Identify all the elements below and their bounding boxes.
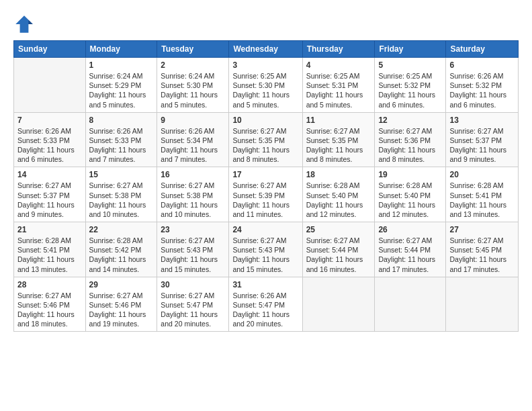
day-cell: 27Sunrise: 6:27 AMSunset: 5:45 PMDayligh… xyxy=(446,222,519,277)
day-number: 25 xyxy=(306,225,371,234)
day-number: 5 xyxy=(378,60,442,70)
day-cell: 21Sunrise: 6:28 AMSunset: 5:41 PMDayligh… xyxy=(14,222,86,277)
day-cell: 15Sunrise: 6:27 AMSunset: 5:38 PMDayligh… xyxy=(85,167,157,222)
day-cell: 13Sunrise: 6:27 AMSunset: 5:37 PMDayligh… xyxy=(446,112,519,167)
day-number: 26 xyxy=(378,225,442,234)
logo-icon xyxy=(13,13,35,35)
day-cell xyxy=(302,277,375,332)
day-info: Sunrise: 6:27 AMSunset: 5:35 PMDaylight:… xyxy=(232,126,298,165)
day-info: Sunrise: 6:28 AMSunset: 5:40 PMDaylight:… xyxy=(306,181,371,219)
day-number: 9 xyxy=(161,116,225,125)
day-cell: 26Sunrise: 6:27 AMSunset: 5:44 PMDayligh… xyxy=(375,222,446,277)
day-info: Sunrise: 6:27 AMSunset: 5:35 PMDaylight:… xyxy=(306,126,371,165)
day-number: 30 xyxy=(161,280,225,289)
day-info: Sunrise: 6:25 AMSunset: 5:30 PMDaylight:… xyxy=(232,71,298,109)
week-row-4: 21Sunrise: 6:28 AMSunset: 5:41 PMDayligh… xyxy=(14,222,519,277)
day-cell: 12Sunrise: 6:27 AMSunset: 5:36 PMDayligh… xyxy=(375,112,446,167)
header-cell-saturday: Saturday xyxy=(446,41,519,58)
day-info: Sunrise: 6:27 AMSunset: 5:46 PMDaylight:… xyxy=(89,291,154,329)
day-cell: 14Sunrise: 6:27 AMSunset: 5:37 PMDayligh… xyxy=(14,167,86,222)
day-number: 13 xyxy=(449,116,515,125)
day-cell: 11Sunrise: 6:27 AMSunset: 5:35 PMDayligh… xyxy=(302,112,375,167)
day-cell: 17Sunrise: 6:27 AMSunset: 5:39 PMDayligh… xyxy=(229,167,302,222)
day-cell: 29Sunrise: 6:27 AMSunset: 5:46 PMDayligh… xyxy=(85,277,157,332)
day-number: 27 xyxy=(449,225,515,234)
header-row: SundayMondayTuesdayWednesdayThursdayFrid… xyxy=(14,41,519,58)
week-row-1: 1Sunrise: 6:24 AMSunset: 5:29 PMDaylight… xyxy=(14,58,519,113)
day-number: 7 xyxy=(17,116,82,125)
day-cell: 2Sunrise: 6:24 AMSunset: 5:30 PMDaylight… xyxy=(157,58,229,113)
day-number: 2 xyxy=(161,60,225,70)
day-info: Sunrise: 6:27 AMSunset: 5:37 PMDaylight:… xyxy=(17,181,82,219)
calendar-body: 1Sunrise: 6:24 AMSunset: 5:29 PMDaylight… xyxy=(14,58,519,332)
header-cell-tuesday: Tuesday xyxy=(157,41,229,58)
day-cell: 30Sunrise: 6:27 AMSunset: 5:47 PMDayligh… xyxy=(157,277,229,332)
day-info: Sunrise: 6:26 AMSunset: 5:34 PMDaylight:… xyxy=(161,126,225,165)
day-info: Sunrise: 6:27 AMSunset: 5:38 PMDaylight:… xyxy=(161,181,225,219)
day-info: Sunrise: 6:27 AMSunset: 5:37 PMDaylight:… xyxy=(449,126,515,165)
day-number: 28 xyxy=(17,280,82,289)
calendar-header: SundayMondayTuesdayWednesdayThursdayFrid… xyxy=(14,41,519,58)
day-info: Sunrise: 6:28 AMSunset: 5:41 PMDaylight:… xyxy=(17,236,82,274)
day-number: 20 xyxy=(449,170,515,179)
day-info: Sunrise: 6:25 AMSunset: 5:32 PMDaylight:… xyxy=(378,71,442,109)
day-number: 3 xyxy=(232,60,298,70)
day-number: 10 xyxy=(232,116,298,125)
day-cell: 16Sunrise: 6:27 AMSunset: 5:38 PMDayligh… xyxy=(157,167,229,222)
day-info: Sunrise: 6:27 AMSunset: 5:46 PMDaylight:… xyxy=(17,291,82,329)
day-info: Sunrise: 6:27 AMSunset: 5:39 PMDaylight:… xyxy=(232,181,298,219)
calendar-table: SundayMondayTuesdayWednesdayThursdayFrid… xyxy=(13,40,519,332)
day-info: Sunrise: 6:26 AMSunset: 5:33 PMDaylight:… xyxy=(17,126,82,165)
week-row-2: 7Sunrise: 6:26 AMSunset: 5:33 PMDaylight… xyxy=(14,112,519,167)
day-info: Sunrise: 6:28 AMSunset: 5:42 PMDaylight:… xyxy=(89,236,154,274)
day-info: Sunrise: 6:28 AMSunset: 5:40 PMDaylight:… xyxy=(378,181,442,219)
day-info: Sunrise: 6:27 AMSunset: 5:45 PMDaylight:… xyxy=(449,236,515,274)
day-info: Sunrise: 6:25 AMSunset: 5:31 PMDaylight:… xyxy=(306,71,371,109)
logo xyxy=(13,13,36,35)
day-cell: 18Sunrise: 6:28 AMSunset: 5:40 PMDayligh… xyxy=(302,167,375,222)
day-cell: 10Sunrise: 6:27 AMSunset: 5:35 PMDayligh… xyxy=(229,112,302,167)
day-number: 21 xyxy=(17,225,82,234)
day-cell: 24Sunrise: 6:27 AMSunset: 5:43 PMDayligh… xyxy=(229,222,302,277)
day-cell: 5Sunrise: 6:25 AMSunset: 5:32 PMDaylight… xyxy=(375,58,446,113)
header-cell-thursday: Thursday xyxy=(302,41,375,58)
day-cell: 22Sunrise: 6:28 AMSunset: 5:42 PMDayligh… xyxy=(85,222,157,277)
day-number: 12 xyxy=(378,116,442,125)
day-number: 1 xyxy=(89,60,154,70)
day-cell: 8Sunrise: 6:26 AMSunset: 5:33 PMDaylight… xyxy=(85,112,157,167)
day-number: 17 xyxy=(232,170,298,179)
day-cell: 31Sunrise: 6:26 AMSunset: 5:47 PMDayligh… xyxy=(229,277,302,332)
day-number: 15 xyxy=(89,170,154,179)
day-info: Sunrise: 6:27 AMSunset: 5:38 PMDaylight:… xyxy=(89,181,154,219)
day-cell: 6Sunrise: 6:26 AMSunset: 5:32 PMDaylight… xyxy=(446,58,519,113)
day-info: Sunrise: 6:26 AMSunset: 5:33 PMDaylight:… xyxy=(89,126,154,165)
day-cell: 3Sunrise: 6:25 AMSunset: 5:30 PMDaylight… xyxy=(229,58,302,113)
day-cell: 19Sunrise: 6:28 AMSunset: 5:40 PMDayligh… xyxy=(375,167,446,222)
header-cell-monday: Monday xyxy=(85,41,157,58)
page-header xyxy=(13,11,519,35)
day-number: 14 xyxy=(17,170,82,179)
day-cell: 7Sunrise: 6:26 AMSunset: 5:33 PMDaylight… xyxy=(14,112,86,167)
header-cell-sunday: Sunday xyxy=(14,41,86,58)
header-cell-friday: Friday xyxy=(375,41,446,58)
day-number: 31 xyxy=(232,280,298,289)
day-cell: 23Sunrise: 6:27 AMSunset: 5:43 PMDayligh… xyxy=(157,222,229,277)
day-info: Sunrise: 6:24 AMSunset: 5:30 PMDaylight:… xyxy=(161,71,225,109)
day-number: 6 xyxy=(449,60,515,70)
day-cell: 25Sunrise: 6:27 AMSunset: 5:44 PMDayligh… xyxy=(302,222,375,277)
day-number: 4 xyxy=(306,60,371,70)
day-cell xyxy=(375,277,446,332)
week-row-5: 28Sunrise: 6:27 AMSunset: 5:46 PMDayligh… xyxy=(14,277,519,332)
day-info: Sunrise: 6:27 AMSunset: 5:44 PMDaylight:… xyxy=(378,236,442,274)
day-info: Sunrise: 6:27 AMSunset: 5:44 PMDaylight:… xyxy=(306,236,371,274)
day-cell: 28Sunrise: 6:27 AMSunset: 5:46 PMDayligh… xyxy=(14,277,86,332)
day-cell: 20Sunrise: 6:28 AMSunset: 5:41 PMDayligh… xyxy=(446,167,519,222)
day-info: Sunrise: 6:27 AMSunset: 5:47 PMDaylight:… xyxy=(161,291,225,329)
day-number: 23 xyxy=(161,225,225,234)
day-number: 19 xyxy=(378,170,442,179)
day-cell xyxy=(446,277,519,332)
day-cell: 9Sunrise: 6:26 AMSunset: 5:34 PMDaylight… xyxy=(157,112,229,167)
week-row-3: 14Sunrise: 6:27 AMSunset: 5:37 PMDayligh… xyxy=(14,167,519,222)
day-number: 8 xyxy=(89,116,154,125)
day-cell xyxy=(14,58,86,113)
